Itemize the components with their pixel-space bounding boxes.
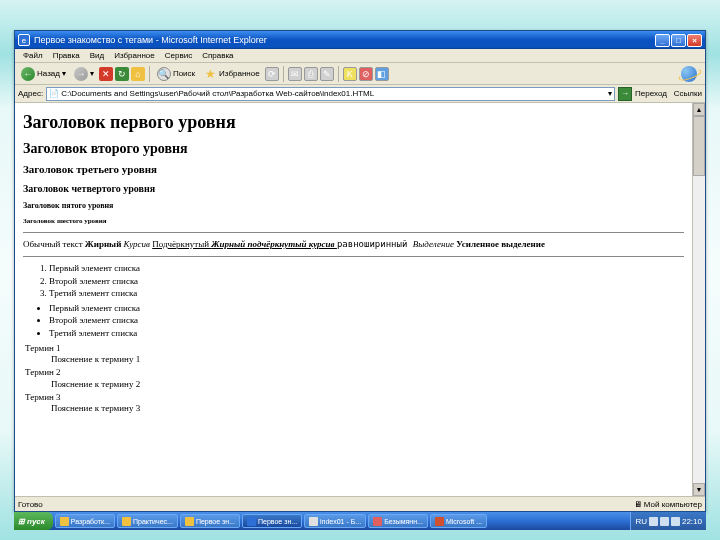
italic-text: Курсив xyxy=(124,239,153,249)
forward-button[interactable]: → ▾ xyxy=(71,66,97,82)
taskbar-item[interactable]: Первое зн... xyxy=(242,514,302,528)
taskbar-item-label: Безымянн... xyxy=(384,518,423,525)
search-icon: 🔍 xyxy=(157,67,171,81)
toolbar: ← Назад ▾ → ▾ ✕ ↻ ⌂ 🔍 Поиск ★ Избранное … xyxy=(15,63,705,85)
taskbar-item[interactable]: Первое зн... xyxy=(180,514,240,528)
monospace-text: равноширинный xyxy=(337,239,413,249)
language-indicator[interactable]: RU xyxy=(635,517,647,526)
taskbar-item[interactable]: Практичес... xyxy=(117,514,178,528)
statusbar: Готово 🖥 Мой компьютер xyxy=(15,496,705,511)
list-item: Первый элемент списка xyxy=(49,303,684,314)
list-item: Второй элемент списка xyxy=(49,276,684,287)
tray-icon[interactable] xyxy=(671,517,680,526)
folder-icon xyxy=(60,517,69,526)
refresh-button[interactable]: ↻ xyxy=(115,67,129,81)
vertical-scrollbar[interactable]: ▲ ▼ xyxy=(692,103,705,496)
taskbar-item[interactable]: Разработк... xyxy=(55,514,115,528)
menu-file[interactable]: Файл xyxy=(18,51,48,60)
close-button[interactable]: × xyxy=(687,34,702,47)
extra-button-1[interactable]: K xyxy=(343,67,357,81)
favorites-label: Избранное xyxy=(219,69,260,78)
chevron-down-icon: ▾ xyxy=(90,69,94,78)
menu-favorites[interactable]: Избранное xyxy=(109,51,160,60)
start-label: пуск xyxy=(27,517,45,526)
status-text: Готово xyxy=(18,500,43,509)
emphasis-text: Выделение xyxy=(413,239,456,249)
heading-1: Заголовок первого уровня xyxy=(23,111,684,134)
taskbar-item-label: Первое зн... xyxy=(196,518,235,525)
taskbar: ⊞ пуск Разработк... Практичес... Первое … xyxy=(14,512,706,530)
heading-6: Заголовок шестого уровня xyxy=(23,217,684,226)
taskbar-item[interactable]: Microsoft ... xyxy=(430,514,487,528)
app-icon xyxy=(122,517,131,526)
list-item: Второй элемент списка xyxy=(49,315,684,326)
ie-window: e Первое знакомство с тегами - Microsoft… xyxy=(14,30,706,512)
scroll-thumb[interactable] xyxy=(693,116,705,176)
home-button[interactable]: ⌂ xyxy=(131,67,145,81)
links-label[interactable]: Ссылки xyxy=(674,89,702,98)
ie-icon: e xyxy=(18,34,30,46)
divider xyxy=(23,256,684,257)
tray-icon[interactable] xyxy=(660,517,669,526)
chevron-down-icon[interactable]: ▾ xyxy=(608,89,612,98)
definition: Пояснение к термину 2 xyxy=(51,379,684,390)
page-body: Заголовок первого уровня Заголовок второ… xyxy=(15,103,692,496)
taskbar-item[interactable]: Безымянн... xyxy=(368,514,428,528)
clock[interactable]: 22:10 xyxy=(682,517,702,526)
separator xyxy=(338,66,339,82)
system-tray[interactable]: RU 22:10 xyxy=(630,512,706,530)
stop-button[interactable]: ✕ xyxy=(99,67,113,81)
term: Термин 1 xyxy=(25,343,684,354)
taskbar-item-label: Практичес... xyxy=(133,518,173,525)
scroll-track[interactable] xyxy=(693,176,705,483)
definition-list: Термин 1 Пояснение к термину 1 Термин 2 … xyxy=(25,343,684,415)
menu-edit[interactable]: Правка xyxy=(48,51,85,60)
menu-help[interactable]: Справка xyxy=(197,51,238,60)
bold-text: Жирный xyxy=(85,239,124,249)
search-button[interactable]: 🔍 Поиск xyxy=(154,66,198,82)
underline-text: Подчёркнутый xyxy=(152,239,211,249)
mail-button[interactable]: ✉ xyxy=(288,67,302,81)
scroll-up-button[interactable]: ▲ xyxy=(693,103,705,116)
favorites-button[interactable]: ★ Избранное xyxy=(200,66,263,82)
history-button[interactable]: ⟳ xyxy=(265,67,279,81)
taskbar-item-label: Разработк... xyxy=(71,518,110,525)
extra-button-2[interactable]: ⊘ xyxy=(359,67,373,81)
separator xyxy=(149,66,150,82)
heading-3: Заголовок третьего уровня xyxy=(23,163,684,177)
search-label: Поиск xyxy=(173,69,195,78)
maximize-button[interactable]: □ xyxy=(671,34,686,47)
tray-icon[interactable] xyxy=(649,517,658,526)
edit-button[interactable]: ✎ xyxy=(320,67,334,81)
titlebar[interactable]: e Первое знакомство с тегами - Microsoft… xyxy=(15,31,705,49)
print-button[interactable]: ⎙ xyxy=(304,67,318,81)
star-icon: ★ xyxy=(203,67,217,81)
ie-logo xyxy=(676,63,702,85)
back-button[interactable]: ← Назад ▾ xyxy=(18,66,69,82)
ordered-list: Первый элемент списка Второй элемент спи… xyxy=(49,263,684,299)
separator xyxy=(283,66,284,82)
notepad-icon xyxy=(309,517,318,526)
go-label[interactable]: Переход xyxy=(635,89,667,98)
addressbar: Адрес: 📄 C:\Documents and Settings\user\… xyxy=(15,85,705,103)
scroll-down-button[interactable]: ▼ xyxy=(693,483,705,496)
address-input[interactable]: 📄 C:\Documents and Settings\user\Рабочий… xyxy=(46,87,615,101)
menu-view[interactable]: Вид xyxy=(85,51,109,60)
divider xyxy=(23,232,684,233)
strong-text: Усиленное выделение xyxy=(456,239,545,249)
taskbar-item[interactable]: index01 - Б... xyxy=(304,514,366,528)
menu-tools[interactable]: Сервис xyxy=(160,51,197,60)
extra-button-3[interactable]: ◧ xyxy=(375,67,389,81)
start-button[interactable]: ⊞ пуск xyxy=(14,512,53,530)
plain-text: Обычный текст xyxy=(23,239,85,249)
taskbar-item-label: index01 - Б... xyxy=(320,518,361,525)
back-icon: ← xyxy=(21,67,35,81)
definition: Пояснение к термину 3 xyxy=(51,403,684,414)
chevron-down-icon: ▾ xyxy=(62,69,66,78)
minimize-button[interactable]: _ xyxy=(655,34,670,47)
term: Термин 2 xyxy=(25,367,684,378)
address-value: C:\Documents and Settings\user\Рабочий с… xyxy=(61,89,374,98)
taskbar-item-label: Первое зн... xyxy=(258,518,297,525)
go-button[interactable]: → xyxy=(618,87,632,101)
app-icon xyxy=(185,517,194,526)
